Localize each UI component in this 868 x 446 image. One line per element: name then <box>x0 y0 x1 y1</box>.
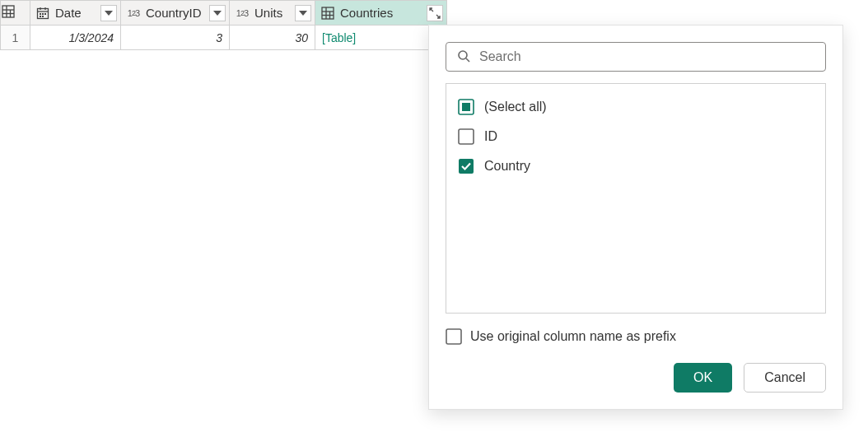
expand-column-button[interactable] <box>427 5 443 21</box>
prefix-label: Use original column name as prefix <box>470 329 676 344</box>
cell-units[interactable]: 30 <box>230 26 315 49</box>
column-filter-button[interactable] <box>295 5 311 21</box>
column-header-date[interactable]: Date <box>30 1 121 26</box>
number-type-icon: 123 <box>233 4 251 22</box>
field-label: Country <box>484 159 530 174</box>
search-box[interactable] <box>446 42 826 72</box>
search-icon <box>456 49 471 66</box>
field-label: ID <box>484 129 497 144</box>
ok-button[interactable]: OK <box>674 363 732 393</box>
checkbox-unchecked-icon[interactable] <box>446 328 462 345</box>
column-label: Units <box>254 6 292 20</box>
checkbox-checked-icon[interactable] <box>458 158 474 174</box>
select-all-label: (Select all) <box>484 100 547 114</box>
checkbox-indeterminate-icon[interactable] <box>458 99 474 115</box>
search-input[interactable] <box>479 49 815 64</box>
checkbox-unchecked-icon[interactable] <box>458 128 474 145</box>
table-row[interactable]: 1 1/3/2024 3 30 [Table] <box>1 26 447 50</box>
column-filter-button[interactable] <box>100 5 117 21</box>
expand-column-popup: (Select all) ID Country Use original col… <box>428 25 843 410</box>
field-row-country[interactable]: Country <box>453 151 819 181</box>
cell-countryid[interactable]: 3 <box>121 26 229 49</box>
column-label: Date <box>55 6 97 20</box>
column-header-countries[interactable]: Countries <box>315 1 447 26</box>
column-filter-button[interactable] <box>209 5 226 21</box>
prefix-option[interactable]: Use original column name as prefix <box>446 328 826 345</box>
column-header-units[interactable]: 123 Units <box>230 1 315 26</box>
select-all-row[interactable]: (Select all) <box>453 92 819 122</box>
column-label: Countries <box>340 6 423 20</box>
cell-date[interactable]: 1/3/2024 <box>30 26 120 49</box>
row-index[interactable]: 1 <box>1 26 30 50</box>
grid-corner[interactable] <box>1 1 30 26</box>
field-row-id[interactable]: ID <box>453 122 819 151</box>
cell-countries-table[interactable]: [Table] <box>315 26 446 49</box>
number-type-icon: 123 <box>124 4 142 22</box>
cancel-button[interactable]: Cancel <box>744 363 826 393</box>
column-label: CountryID <box>146 6 206 20</box>
fields-list: (Select all) ID Country <box>446 83 826 314</box>
column-header-countryid[interactable]: 123 CountryID <box>121 1 230 26</box>
calendar-icon <box>34 4 52 22</box>
table-icon <box>319 4 337 22</box>
data-grid: Date 123 CountryID 123 Units <box>0 0 447 50</box>
